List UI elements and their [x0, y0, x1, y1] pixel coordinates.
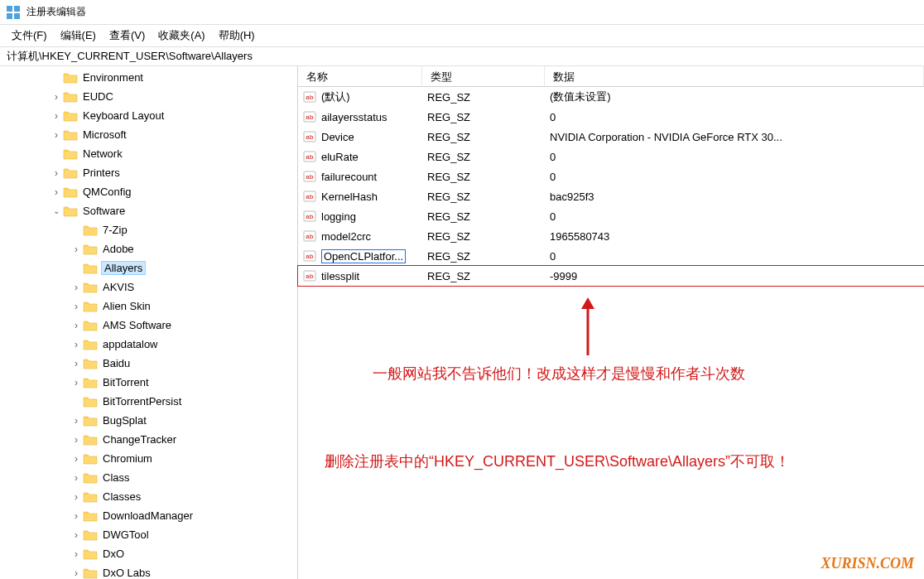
tree-item[interactable]: DxO Labs	[0, 563, 297, 579]
menu-view[interactable]: 查看(V)	[103, 25, 152, 46]
cell-name: abmodel2crc	[298, 228, 422, 244]
tree-item[interactable]: BugSplat	[0, 411, 297, 430]
list-row[interactable]: abeluRateREG_SZ0	[298, 147, 924, 166]
expand-icon[interactable]	[70, 338, 83, 351]
menu-file[interactable]: 文件(F)	[5, 25, 54, 46]
folder-icon	[83, 491, 98, 503]
list-row[interactable]: abOpenCLPlatfor...REG_SZ0	[298, 246, 924, 266]
expand-icon[interactable]	[50, 128, 63, 142]
expand-icon[interactable]	[70, 281, 83, 294]
expand-icon[interactable]	[70, 357, 83, 370]
tree-item[interactable]: appdatalow	[0, 335, 297, 354]
tree-item[interactable]: Baidu	[0, 354, 297, 373]
tree-item[interactable]: BitTorrent	[0, 373, 297, 392]
addressbar-text: 计算机\HKEY_CURRENT_USER\Software\Allayers	[7, 49, 253, 64]
tree-item[interactable]: Classes	[0, 487, 297, 506]
cell-type: REG_SZ	[422, 129, 545, 145]
tree-item-label: Allayers	[101, 261, 146, 275]
list-row[interactable]: abmodel2crcREG_SZ1965580743	[298, 226, 924, 246]
folder-icon	[63, 91, 78, 103]
tree-panel[interactable]: EnvironmentEUDCKeyboard LayoutMicrosoftN…	[0, 66, 298, 579]
expand-icon[interactable]	[70, 471, 83, 485]
list-row[interactable]: abDeviceREG_SZNVIDIA Corporation - NVIDI…	[298, 127, 924, 147]
tree-item[interactable]: Chromium	[0, 449, 297, 468]
tree-item-label: DxO Labs	[101, 566, 152, 579]
expand-icon[interactable]	[70, 300, 83, 313]
expand-icon[interactable]	[50, 90, 63, 104]
expand-icon[interactable]	[70, 319, 83, 332]
svg-text:ab: ab	[306, 273, 313, 280]
expand-icon[interactable]	[70, 567, 83, 580]
tree-item[interactable]: Microsoft	[0, 125, 297, 144]
reg-string-icon: ab	[303, 210, 316, 223]
tree-item[interactable]: 7-Zip	[0, 220, 297, 239]
tree-item[interactable]: EUDC	[0, 87, 297, 106]
tree-item[interactable]: DownloadManager	[0, 506, 297, 525]
expand-icon[interactable]	[50, 166, 63, 180]
cell-data: 0	[545, 248, 924, 264]
tree-item[interactable]: AMS Software	[0, 316, 297, 335]
value-name: (默认)	[321, 89, 350, 104]
tree-item[interactable]: ChangeTracker	[0, 430, 297, 449]
svg-text:ab: ab	[306, 113, 313, 121]
tree-item-label: Baidu	[101, 356, 132, 370]
value-name: failurecount	[321, 171, 377, 183]
tree-item[interactable]: DxO	[0, 544, 297, 563]
expand-icon[interactable]	[50, 186, 63, 199]
reg-string-icon: ab	[303, 249, 316, 263]
addressbar[interactable]: 计算机\HKEY_CURRENT_USER\Software\Allayers	[0, 46, 924, 66]
expand-icon[interactable]	[70, 243, 83, 256]
list-row[interactable]: abfailurecountREG_SZ0	[298, 166, 924, 186]
collapse-icon[interactable]	[50, 205, 63, 218]
folder-icon	[83, 320, 98, 331]
expand-icon[interactable]	[70, 509, 83, 523]
tree-item[interactable]: Adobe	[0, 239, 297, 258]
list-row[interactable]: abtilessplitREG_SZ-9999	[298, 266, 924, 286]
tree-item[interactable]: QMConfig	[0, 182, 297, 201]
tree-item[interactable]: Printers	[0, 163, 297, 182]
header-type[interactable]: 类型	[422, 66, 545, 86]
svg-text:ab: ab	[306, 233, 313, 240]
menu-edit[interactable]: 编辑(E)	[54, 25, 103, 46]
tree-item-label: Alien Skin	[101, 299, 152, 313]
cell-name: ablogging	[298, 208, 422, 224]
menu-favorites[interactable]: 收藏夹(A)	[152, 25, 211, 46]
tree-spacer	[70, 395, 83, 408]
tree-item-label: DxO	[101, 547, 126, 561]
expand-icon[interactable]	[70, 490, 83, 504]
folder-icon	[83, 301, 98, 312]
list-row[interactable]: ab(默认)REG_SZ(数值未设置)	[298, 87, 924, 107]
tree-item[interactable]: DWGTool	[0, 525, 297, 544]
menu-help[interactable]: 帮助(H)	[212, 25, 262, 46]
tree-spacer	[50, 71, 63, 84]
tree-item[interactable]: Class	[0, 468, 297, 487]
reg-string-icon: ab	[303, 229, 316, 243]
tree-item[interactable]: Software	[0, 201, 297, 220]
svg-text:ab: ab	[306, 213, 313, 220]
list-row[interactable]: abailayersstatusREG_SZ0	[298, 107, 924, 127]
tree-item[interactable]: BitTorrentPersist	[0, 392, 297, 411]
expand-icon[interactable]	[70, 376, 83, 389]
expand-icon[interactable]	[70, 433, 83, 446]
expand-icon[interactable]	[70, 548, 83, 561]
expand-icon[interactable]	[70, 414, 83, 427]
tree-item[interactable]: Environment	[0, 68, 297, 87]
list-row[interactable]: abKernelHashREG_SZbac925f3	[298, 186, 924, 206]
header-data[interactable]: 数据	[545, 66, 924, 86]
tree-item[interactable]: Keyboard Layout	[0, 106, 297, 125]
tree-item-label: BitTorrentPersist	[101, 394, 183, 408]
expand-icon[interactable]	[70, 452, 83, 466]
cell-type: REG_SZ	[422, 229, 545, 244]
value-name: logging	[321, 210, 356, 223]
folder-icon	[63, 72, 78, 84]
list-row[interactable]: abloggingREG_SZ0	[298, 206, 924, 226]
header-name[interactable]: 名称	[298, 66, 422, 86]
expand-icon[interactable]	[50, 109, 63, 123]
tree-item-label: Keyboard Layout	[81, 109, 166, 123]
expand-icon[interactable]	[70, 528, 83, 542]
folder-icon	[83, 377, 98, 388]
tree-item[interactable]: Allayers	[0, 258, 297, 277]
tree-item[interactable]: AKVIS	[0, 277, 297, 297]
tree-item[interactable]: Alien Skin	[0, 297, 297, 316]
tree-item[interactable]: Network	[0, 144, 297, 163]
